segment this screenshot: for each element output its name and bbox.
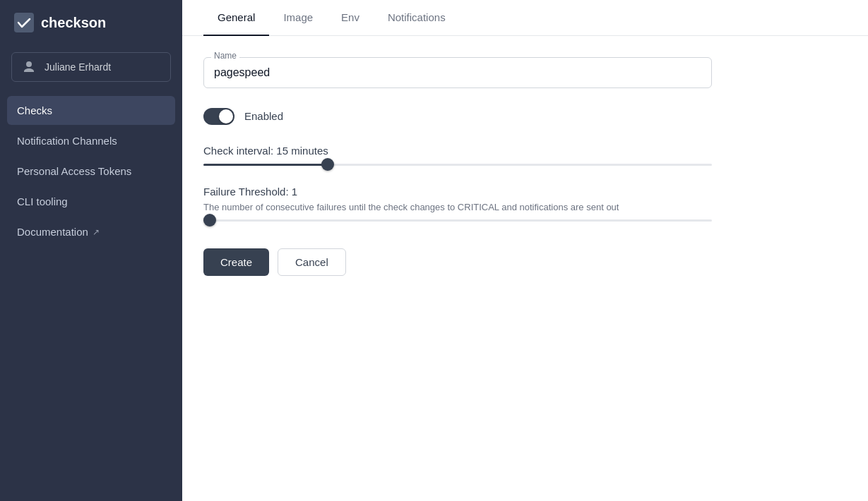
sidebar-item-personal-access-tokens[interactable]: Personal Access Tokens xyxy=(7,157,175,186)
cancel-button[interactable]: Cancel xyxy=(278,248,346,276)
logo-icon xyxy=(14,13,34,32)
sidebar: checkson Juliane Erhardt Checks Notifica… xyxy=(0,0,182,501)
name-input[interactable] xyxy=(214,64,701,79)
sidebar-item-cli-tooling[interactable]: CLI tooling xyxy=(7,187,175,216)
failure-threshold-section: Failure Threshold: 1 The number of conse… xyxy=(203,186,698,222)
tab-image[interactable]: Image xyxy=(269,0,327,36)
failure-threshold-slider[interactable] xyxy=(203,219,712,222)
name-field-group: Name xyxy=(203,57,712,88)
sidebar-item-checks[interactable]: Checks xyxy=(7,96,175,125)
tab-notifications[interactable]: Notifications xyxy=(374,0,460,36)
user-icon xyxy=(22,60,36,74)
sidebar-item-documentation-label: Documentation xyxy=(17,226,88,238)
enabled-toggle-row: Enabled xyxy=(203,108,698,125)
form-content: Name Enabled Check interval: 15 minutes … xyxy=(182,36,719,297)
app-name: checkson xyxy=(41,15,106,31)
enabled-toggle[interactable] xyxy=(203,108,234,125)
sidebar-item-cli-tooling-label: CLI tooling xyxy=(17,195,68,207)
check-interval-slider[interactable] xyxy=(203,164,712,166)
sidebar-item-notification-channels-label: Notification Channels xyxy=(17,135,117,147)
sidebar-item-personal-access-tokens-label: Personal Access Tokens xyxy=(17,165,131,177)
main-content: General Image Env Notifications Name Ena xyxy=(182,0,868,501)
create-button[interactable]: Create xyxy=(203,248,269,276)
check-interval-section: Check interval: 15 minutes xyxy=(203,145,698,166)
tab-env[interactable]: Env xyxy=(327,0,374,36)
enabled-label: Enabled xyxy=(244,110,283,122)
app-logo: checkson xyxy=(0,0,182,45)
failure-threshold-description: The number of consecutive failures until… xyxy=(203,202,698,212)
sidebar-item-checks-label: Checks xyxy=(17,104,52,116)
user-name: Juliane Erhardt xyxy=(44,61,111,73)
failure-threshold-label: Failure Threshold: 1 xyxy=(203,186,698,198)
name-label: Name xyxy=(211,51,239,61)
sidebar-item-documentation[interactable]: Documentation ↗ xyxy=(7,217,175,246)
sidebar-item-notification-channels[interactable]: Notification Channels xyxy=(7,126,175,155)
toggle-thumb xyxy=(219,109,233,123)
tab-general[interactable]: General xyxy=(203,0,269,36)
check-interval-label: Check interval: 15 minutes xyxy=(203,145,698,157)
form-buttons: Create Cancel xyxy=(203,248,698,276)
toggle-track xyxy=(203,108,234,125)
tabs-bar: General Image Env Notifications xyxy=(182,0,868,36)
sidebar-navigation: Checks Notification Channels Personal Ac… xyxy=(0,96,182,246)
svg-rect-0 xyxy=(14,13,34,32)
user-profile[interactable]: Juliane Erhardt xyxy=(11,52,171,82)
external-link-icon: ↗ xyxy=(93,227,100,237)
